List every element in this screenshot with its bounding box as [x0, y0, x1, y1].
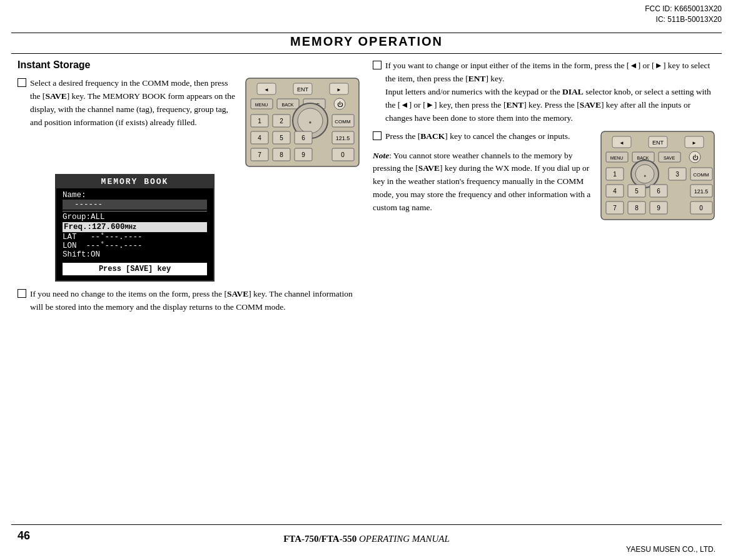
svg-text:7: 7	[613, 205, 617, 211]
fcc-header: FCC ID: K6650013X20 IC: 511B-50013X20	[645, 4, 722, 25]
para1-text: Select a desired fre­quency in the COMM …	[30, 77, 240, 130]
mb-lat: LAT --˚---.----	[63, 233, 207, 242]
svg-text:3: 3	[675, 171, 679, 178]
right-para1-text: If you want to change or input either of…	[385, 59, 715, 125]
svg-text:6: 6	[301, 135, 305, 141]
svg-text:121.5: 121.5	[694, 188, 709, 195]
mb-freq: Freq.:127.600MHz	[63, 222, 207, 232]
svg-text:0: 0	[341, 151, 345, 158]
svg-text:BACK: BACK	[281, 103, 293, 107]
svg-text:COMM: COMM	[693, 172, 709, 178]
svg-text:5: 5	[280, 135, 283, 141]
mb-lon: LON ---˚---.----	[63, 242, 207, 250]
left-column: Instant Storage ◄ ENT ►	[18, 59, 360, 510]
mb-name-value: ------	[63, 200, 207, 210]
right-bullet2	[373, 131, 382, 140]
svg-text:121.5: 121.5	[336, 135, 350, 141]
right-para2-text: Press the [BACK] key to cancel the chang…	[385, 130, 595, 143]
svg-text:5: 5	[635, 188, 639, 195]
svg-text:8: 8	[280, 151, 283, 158]
svg-text:◄: ◄	[264, 87, 269, 93]
right-para2: Press the [BACK] key to cancel the chang…	[373, 130, 595, 143]
svg-text:⏻: ⏻	[337, 101, 343, 108]
right-para1: If you want to change or input either of…	[373, 59, 715, 125]
footer-title: FTA-750/FTA-550 OPERATING MANUAL	[283, 534, 450, 544]
mb-name-label: Name:	[63, 191, 207, 200]
svg-text:0: 0	[699, 205, 703, 211]
page-title: MEMORY OPERATION	[11, 34, 722, 49]
title-area: MEMORY OPERATION	[11, 34, 722, 49]
bullet2	[18, 289, 26, 298]
memory-book-display: MEMORY BOOK Name: ------ Group:ALL Freq.…	[55, 174, 215, 282]
svg-text:●: ●	[309, 120, 312, 125]
para2-text: If you need no change to the items on th…	[30, 288, 360, 314]
save-key-ref: SAVE	[45, 91, 66, 101]
svg-text:8: 8	[635, 205, 639, 211]
footer-rule	[11, 524, 722, 525]
device-image-right: ◄ ENT ► MENU BACK SAVE ⏻	[600, 130, 715, 223]
svg-text:SAVE: SAVE	[664, 156, 675, 160]
main-content: Instant Storage ◄ ENT ►	[18, 59, 715, 510]
svg-text:MENU: MENU	[610, 156, 624, 160]
mb-press: Press [SAVE] key	[61, 262, 208, 277]
right-bullet1	[373, 61, 382, 69]
svg-text:4: 4	[613, 188, 617, 195]
mb-group: Group:ALL	[63, 211, 207, 221]
note-label: Note	[373, 151, 389, 160]
svg-text:●: ●	[644, 173, 646, 178]
para2: If you need no change to the items on th…	[18, 288, 360, 314]
page-number: 46	[18, 529, 30, 542]
device-image-left: ◄ ENT ► MENU BACK SAVE ⏻	[245, 77, 360, 170]
svg-text:BACK: BACK	[637, 156, 649, 160]
svg-text:MENU: MENU	[255, 103, 268, 107]
footer-company: YAESU MUSEN CO., LTD.	[626, 545, 715, 554]
svg-text:ENT: ENT	[297, 86, 309, 93]
svg-text:9: 9	[657, 205, 660, 211]
svg-text:►: ►	[336, 87, 341, 93]
mb-shift: Shift:ON	[63, 250, 207, 259]
svg-text:►: ►	[692, 140, 697, 146]
svg-text:1: 1	[258, 118, 261, 125]
footer-title-text: FTA-750/FTA-550 OPERATING MANUAL	[283, 534, 450, 544]
svg-text:6: 6	[657, 188, 660, 195]
top-rule	[11, 33, 722, 33]
fcc-line1: FCC ID: K6650013X20	[645, 4, 722, 14]
memory-book-title: MEMORY BOOK	[56, 175, 213, 188]
svg-text:COMM: COMM	[335, 119, 351, 125]
fcc-line2: IC: 511B-50013X20	[645, 14, 722, 25]
svg-text:4: 4	[258, 135, 261, 141]
section-heading: Instant Storage	[18, 59, 360, 71]
svg-text:⏻: ⏻	[692, 155, 699, 161]
right-column: If you want to change or input either of…	[373, 59, 715, 510]
page: FCC ID: K6650013X20 IC: 511B-50013X20 ME…	[0, 0, 733, 560]
title-rule	[11, 53, 722, 54]
svg-text:2: 2	[280, 118, 283, 125]
bullet1	[18, 78, 26, 87]
svg-text:7: 7	[258, 151, 261, 158]
svg-text:1: 1	[613, 171, 617, 178]
svg-text:ENT: ENT	[652, 140, 664, 146]
svg-text:◄: ◄	[619, 140, 624, 146]
svg-text:9: 9	[301, 151, 305, 158]
para1: Select a desired fre­quency in the COMM …	[18, 77, 240, 130]
